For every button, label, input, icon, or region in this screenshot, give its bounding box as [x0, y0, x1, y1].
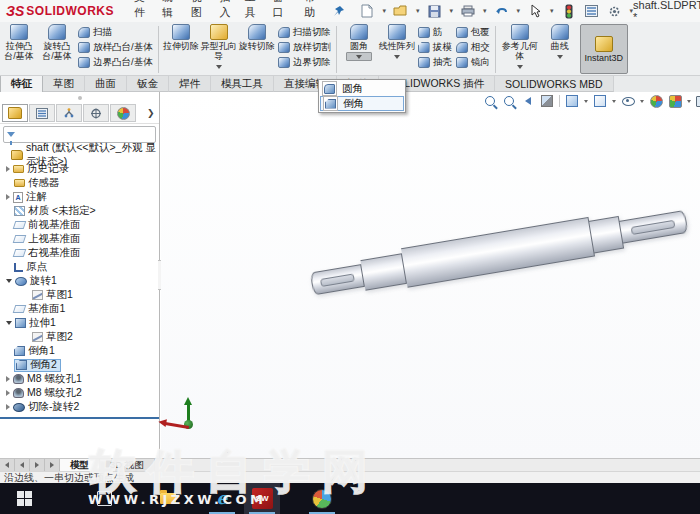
tab-scroll-first-button[interactable]	[0, 459, 15, 471]
tree-item-material[interactable]: 材质 <未指定>	[0, 204, 159, 218]
tab-solidworks-mbd[interactable]: SOLIDWORKS MBD	[495, 76, 613, 92]
tree-item-top-plane[interactable]: 上视基准面	[0, 232, 159, 246]
featuremanager-tree-tab[interactable]	[2, 104, 28, 122]
expand-arrow-icon[interactable]	[6, 194, 10, 200]
intersect-button[interactable]: 相交	[456, 40, 490, 55]
hide-show-dropdown-icon[interactable]	[640, 100, 644, 103]
tree-item-sketch1[interactable]: 草图1	[0, 288, 159, 302]
rebuild-traffic-light-icon[interactable]	[561, 3, 577, 19]
new-dropdown-arrow-icon[interactable]: ▾	[382, 7, 386, 15]
collapse-arrow-icon[interactable]	[6, 321, 12, 325]
expand-arrow-icon[interactable]	[6, 404, 10, 410]
extruded-cut-button[interactable]: 拉伸切除	[163, 24, 199, 51]
print-icon[interactable]	[460, 3, 476, 19]
tree-item-extrude1[interactable]: 拉伸1	[0, 316, 159, 330]
display-style-dropdown-icon[interactable]	[612, 100, 616, 103]
swept-cut-button[interactable]: 扫描切除	[278, 25, 331, 40]
instant3d-button-active[interactable]: Instant3D	[580, 24, 628, 74]
tree-item-origin[interactable]: 原点	[0, 260, 159, 274]
lofted-cut-button[interactable]: 放样切割	[278, 40, 331, 55]
save-icon[interactable]	[426, 3, 442, 19]
tree-item-sketch2[interactable]: 草图2	[0, 330, 159, 344]
shell-button[interactable]: 抽壳	[418, 55, 452, 70]
rib-button[interactable]: 筋	[418, 25, 452, 40]
boundary-boss-button[interactable]: 边界凸台/基体	[78, 55, 153, 70]
dimxpertmanager-tab[interactable]	[83, 104, 109, 122]
undo-icon[interactable]	[494, 3, 510, 19]
sweep-button[interactable]: 扫描	[78, 25, 153, 40]
edge-browser-button[interactable]: e	[204, 483, 240, 514]
3d-views-tab[interactable]: 3D 视图	[100, 459, 155, 471]
tree-item-m8-hole1[interactable]: M8 螺纹孔1	[0, 372, 159, 386]
tree-item-revolve1[interactable]: 旋转1	[0, 274, 159, 288]
shaft-3d-model[interactable]	[304, 173, 697, 331]
tab-mold-tools[interactable]: 模具工具	[211, 76, 274, 92]
hide-show-items-icon[interactable]	[621, 94, 635, 108]
tree-item-plane1[interactable]: 基准面1	[0, 302, 159, 316]
hole-wizard-dropdown[interactable]	[206, 62, 232, 71]
configurationmanager-tab[interactable]	[56, 104, 82, 122]
panel-tabs-expand-icon[interactable]: ❯	[147, 108, 157, 118]
tree-item-sensors[interactable]: 传感器	[0, 176, 159, 190]
display-style-icon[interactable]	[593, 94, 607, 108]
revolved-boss-button[interactable]: 旋转凸台/基体	[39, 24, 75, 61]
apply-scene-dropdown-icon[interactable]	[687, 100, 691, 103]
print-dropdown-arrow-icon[interactable]: ▾	[483, 7, 487, 15]
pinned-app-button[interactable]	[304, 483, 340, 514]
collapse-arrow-icon[interactable]	[6, 279, 12, 283]
hole-wizard-button[interactable]: 异型孔向导	[201, 24, 237, 71]
tab-sheet-metal[interactable]: 钣金	[127, 76, 169, 92]
fillet-dropdown-pressed[interactable]	[346, 52, 372, 61]
propertymanager-tab[interactable]	[29, 104, 55, 122]
new-document-icon[interactable]	[359, 3, 375, 19]
extruded-boss-button[interactable]: 拉伸凸台/基体	[1, 24, 37, 61]
tab-scroll-last-button[interactable]	[45, 459, 60, 471]
expand-arrow-icon[interactable]	[6, 166, 10, 172]
solidworks-taskbar-button[interactable]: SW	[244, 483, 280, 514]
rollback-bar[interactable]	[0, 417, 159, 419]
view-orientation-icon[interactable]	[565, 94, 579, 108]
task-view-button[interactable]	[86, 483, 122, 514]
linear-pattern-button[interactable]: 线性阵列	[379, 24, 415, 61]
expand-arrow-icon[interactable]	[6, 376, 10, 382]
tree-item-annotations[interactable]: A 注解	[0, 190, 159, 204]
open-icon[interactable]	[393, 3, 409, 19]
tab-scroll-next-button[interactable]	[30, 459, 45, 471]
tree-item-cut-revolve2[interactable]: 切除-旋转2	[0, 400, 159, 414]
displaymanager-tab[interactable]	[110, 104, 136, 122]
options-list-icon[interactable]	[584, 3, 600, 19]
undo-dropdown-arrow-icon[interactable]: ▾	[517, 7, 521, 15]
linear-pattern-dropdown[interactable]	[384, 52, 410, 61]
reference-geometry-dropdown[interactable]	[507, 62, 533, 71]
reference-geometry-button[interactable]: 参考几何体	[500, 24, 540, 71]
save-dropdown-arrow-icon[interactable]: ▾	[449, 7, 453, 15]
tab-weldments[interactable]: 焊件	[169, 76, 211, 92]
model-tab[interactable]: 模型	[60, 459, 100, 471]
zoom-fit-icon[interactable]	[483, 94, 497, 108]
tree-item-m8-hole2[interactable]: M8 螺纹孔2	[0, 386, 159, 400]
apply-scene-icon[interactable]	[668, 94, 682, 108]
curves-dropdown[interactable]	[547, 52, 573, 61]
curves-button[interactable]: 曲线	[542, 24, 578, 61]
expand-arrow-icon[interactable]	[6, 390, 10, 396]
tab-sketch[interactable]: 草图	[43, 76, 85, 92]
previous-view-icon[interactable]	[521, 94, 535, 108]
tree-item-chamfer1[interactable]: 倒角1	[0, 344, 159, 358]
menu-item-chamfer-highlighted[interactable]: 倒角	[320, 96, 404, 111]
tab-scroll-prev-button[interactable]	[15, 459, 30, 471]
view-settings-icon[interactable]	[696, 94, 700, 108]
open-dropdown-arrow-icon[interactable]: ▾	[416, 7, 420, 15]
revolved-cut-button[interactable]: 旋转切除	[239, 24, 275, 51]
tab-features[interactable]: 特征	[0, 76, 43, 92]
graphics-viewport[interactable]	[161, 92, 700, 458]
tab-surfaces[interactable]: 曲面	[85, 76, 127, 92]
tree-item-front-plane[interactable]: 前视基准面	[0, 218, 159, 232]
wrap-button[interactable]: 包覆	[456, 25, 490, 40]
file-explorer-button[interactable]	[150, 483, 186, 514]
tree-item-chamfer2-selected[interactable]: 倒角2	[0, 358, 159, 372]
tree-item-right-plane[interactable]: 右视基准面	[0, 246, 159, 260]
loft-boss-button[interactable]: 放样凸台/基体	[78, 40, 153, 55]
fillet-button[interactable]: 圆角	[341, 24, 377, 61]
zoom-area-icon[interactable]	[502, 94, 516, 108]
panel-splitter-handle[interactable]	[0, 92, 159, 103]
